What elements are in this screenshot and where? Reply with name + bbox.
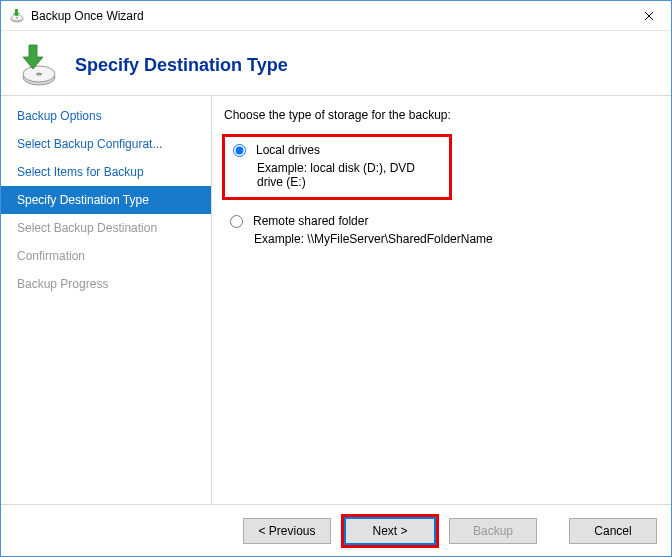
svg-point-5 bbox=[36, 73, 42, 76]
option-remote-folder-block: Remote shared folder Example: \\MyFileSe… bbox=[222, 208, 647, 254]
step-backup-options[interactable]: Backup Options bbox=[1, 102, 211, 130]
option-remote-folder[interactable]: Remote shared folder bbox=[228, 214, 639, 228]
option-local-drives-label: Local drives bbox=[256, 143, 320, 157]
option-remote-folder-example: Example: \\MyFileServer\SharedFolderName bbox=[254, 232, 639, 246]
option-local-drives-highlight: Local drives Example: local disk (D:), D… bbox=[222, 134, 452, 200]
app-icon bbox=[9, 8, 25, 24]
svg-point-2 bbox=[16, 17, 18, 18]
page-title: Specify Destination Type bbox=[75, 55, 288, 76]
cancel-button[interactable]: Cancel bbox=[569, 518, 657, 544]
titlebar: Backup Once Wizard bbox=[1, 1, 671, 31]
wizard-body: Backup Options Select Backup Configurat.… bbox=[1, 96, 671, 504]
wizard-icon bbox=[13, 41, 61, 89]
step-specify-destination-type[interactable]: Specify Destination Type bbox=[1, 186, 211, 214]
window-title: Backup Once Wizard bbox=[31, 9, 626, 23]
radio-local-drives[interactable] bbox=[233, 144, 246, 157]
radio-remote-folder[interactable] bbox=[230, 215, 243, 228]
wizard-header: Specify Destination Type bbox=[1, 31, 671, 96]
step-select-backup-destination: Select Backup Destination bbox=[1, 214, 211, 242]
option-local-drives[interactable]: Local drives bbox=[231, 143, 441, 157]
step-backup-progress: Backup Progress bbox=[1, 270, 211, 298]
step-confirmation: Confirmation bbox=[1, 242, 211, 270]
previous-button[interactable]: < Previous bbox=[243, 518, 331, 544]
option-local-drives-example: Example: local disk (D:), DVD drive (E:) bbox=[257, 161, 441, 189]
close-button[interactable] bbox=[626, 1, 671, 30]
next-button-highlight: Next > bbox=[341, 514, 439, 548]
step-select-items[interactable]: Select Items for Backup bbox=[1, 158, 211, 186]
wizard-sidebar: Backup Options Select Backup Configurat.… bbox=[1, 96, 211, 504]
content-prompt: Choose the type of storage for the backu… bbox=[224, 108, 647, 122]
wizard-content: Choose the type of storage for the backu… bbox=[211, 96, 671, 504]
step-select-backup-config[interactable]: Select Backup Configurat... bbox=[1, 130, 211, 158]
wizard-window: Backup Once Wizard Specify Destination T… bbox=[0, 0, 672, 557]
option-remote-folder-label: Remote shared folder bbox=[253, 214, 368, 228]
next-button[interactable]: Next > bbox=[344, 517, 436, 545]
backup-button: Backup bbox=[449, 518, 537, 544]
wizard-footer: < Previous Next > Backup Cancel bbox=[1, 504, 671, 556]
